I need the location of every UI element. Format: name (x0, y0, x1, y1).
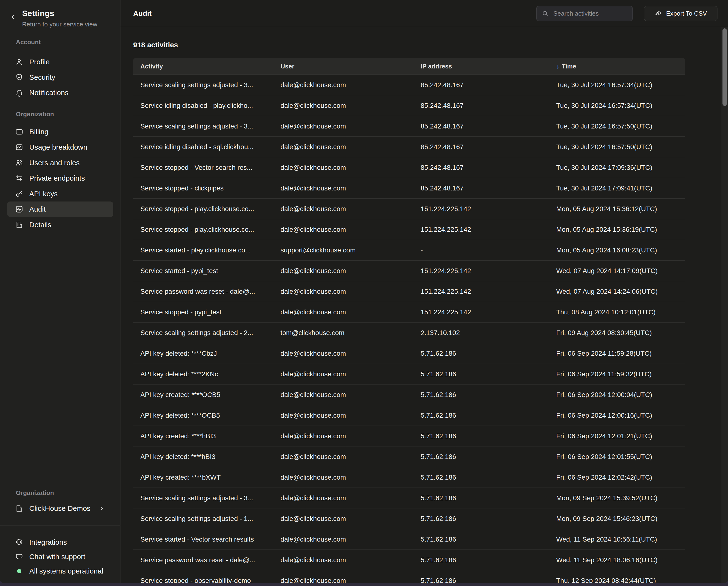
audit-table: Activity User IP address ↓ Time Service … (133, 58, 685, 583)
table-row: Service stopped - play.clickhouse.co... … (133, 198, 685, 219)
org-switcher[interactable]: ClickHouse Demos (7, 501, 113, 516)
cell-time: Tue, 30 Jul 2024 17:09:36(UTC) (549, 164, 685, 171)
cell-user: dale@clickhouse.com (273, 432, 413, 440)
table-row: Service stopped - observability-demo dal… (133, 570, 685, 583)
shield-check-icon (15, 73, 24, 82)
table-row: Service stopped - clickpipes dale@clickh… (133, 178, 685, 198)
cell-user: dale@clickhouse.com (273, 185, 413, 192)
cell-time: Fri, 06 Sep 2024 11:59:32(UTC) (549, 370, 685, 378)
table-row: Service scaling settings adjusted - 3...… (133, 488, 685, 508)
table-row: Service scaling settings adjusted - 1...… (133, 508, 685, 529)
status-label: All systems operational (29, 567, 103, 575)
system-status[interactable]: All systems operational (7, 563, 113, 579)
column-header-time[interactable]: ↓ Time (549, 63, 685, 70)
cell-user: dale@clickhouse.com (273, 205, 413, 213)
sidebar-item-security[interactable]: Security (7, 70, 113, 85)
org-switcher-label: ClickHouse Demos (29, 504, 90, 513)
cell-ip: 5.71.62.186 (413, 515, 549, 522)
cell-time: Mon, 05 Aug 2024 15:36:19(UTC) (549, 226, 685, 234)
cell-activity: API key deleted: ****2KNc (133, 370, 273, 378)
cell-user: dale@clickhouse.com (273, 473, 413, 481)
table-row: Service scaling settings adjusted - 3...… (133, 74, 685, 95)
cell-activity: API key deleted: ****CbzJ (133, 350, 273, 357)
cell-user: dale@clickhouse.com (273, 81, 413, 89)
cell-ip: 5.71.62.186 (413, 432, 549, 440)
table-row: Service stopped - Vector search res... d… (133, 157, 685, 178)
cell-user: dale@clickhouse.com (273, 370, 413, 378)
cell-ip: - (413, 246, 549, 254)
export-button-label: Export To CSV (666, 10, 707, 17)
bell-icon (15, 89, 24, 97)
cell-time: Tue, 30 Jul 2024 16:57:50(UTC) (549, 122, 685, 130)
scrollbar-track[interactable] (721, 27, 728, 583)
cell-user: dale@clickhouse.com (273, 267, 413, 275)
settings-sidebar: Settings Return to your service view Acc… (0, 0, 121, 583)
cell-ip: 85.242.48.167 (413, 102, 549, 109)
cell-ip: 5.71.62.186 (413, 536, 549, 543)
sidebar-item-users-and-roles[interactable]: Users and roles (7, 155, 113, 171)
section-label-organization-switcher: Organization (16, 489, 54, 497)
table-row: API key deleted: ****hBI3 dale@clickhous… (133, 446, 685, 467)
column-header-ip[interactable]: IP address (413, 63, 549, 70)
cell-activity: API key created: ****hBI3 (133, 432, 273, 440)
cell-time: Mon, 05 Aug 2024 15:36:12(UTC) (549, 205, 685, 213)
main-content: Audit Export To CSV 918 activities Activ… (121, 0, 728, 583)
sidebar-item-label: Profile (29, 58, 50, 66)
chart-icon (15, 143, 24, 151)
app-panel: Settings Return to your service view Acc… (0, 0, 728, 583)
cell-time: Wed, 07 Aug 2024 14:17:09(UTC) (549, 267, 685, 275)
user-icon (15, 58, 24, 66)
sidebar-item-profile[interactable]: Profile (7, 54, 113, 70)
cell-ip: 5.71.62.186 (413, 494, 549, 502)
sidebar-item-chat-support[interactable]: Chat with support (7, 549, 113, 564)
search-input[interactable] (553, 9, 628, 18)
sidebar-item-details[interactable]: Details (7, 217, 113, 233)
cell-activity: Service stopped - Vector search res... (133, 164, 273, 171)
cell-time: Mon, 09 Sep 2024 15:46:23(UTC) (549, 515, 685, 522)
sidebar-item-audit[interactable]: Audit (7, 201, 113, 217)
sidebar-item-notifications[interactable]: Notifications (7, 85, 113, 100)
status-dot-icon (17, 569, 21, 573)
cell-activity: Service started - Vector search results (133, 536, 273, 543)
table-row: Service scaling settings adjusted - 2...… (133, 322, 685, 343)
table-row: Service password was reset - dale@... da… (133, 281, 685, 302)
cell-time: Fri, 06 Sep 2024 12:02:42(UTC) (549, 473, 685, 481)
cell-time: Wed, 07 Aug 2024 14:24:06(UTC) (549, 288, 685, 295)
cell-activity: Service started - play.clickhouse.co... (133, 246, 273, 254)
sidebar-item-label: Chat with support (29, 553, 85, 561)
sidebar-item-billing[interactable]: Billing (7, 124, 113, 140)
chevron-right-icon (98, 505, 105, 512)
cell-time: Tue, 30 Jul 2024 17:09:41(UTC) (549, 185, 685, 192)
cell-activity: Service password was reset - dale@... (133, 288, 273, 295)
sidebar-item-private-endpoints[interactable]: Private endpoints (7, 171, 113, 186)
sidebar-item-api-keys[interactable]: API keys (7, 186, 113, 201)
search-activities-box (536, 6, 633, 21)
sidebar-item-integrations[interactable]: Integrations (7, 535, 113, 550)
cell-user: support@clickhouse.com (273, 246, 413, 254)
sidebar-item-label: Users and roles (29, 159, 80, 167)
back-button[interactable] (9, 13, 17, 21)
export-csv-button[interactable]: Export To CSV (644, 6, 718, 21)
cell-ip: 5.71.62.186 (413, 556, 549, 564)
table-row: API key deleted: ****CbzJ dale@clickhous… (133, 343, 685, 364)
cell-time: Mon, 05 Aug 2024 16:08:23(UTC) (549, 246, 685, 254)
table-row: Service password was reset - dale@... da… (133, 550, 685, 570)
cell-user: dale@clickhouse.com (273, 350, 413, 357)
cell-time: Fri, 06 Sep 2024 12:00:16(UTC) (549, 412, 685, 419)
sidebar-title: Settings (22, 9, 54, 18)
column-header-user[interactable]: User (273, 63, 413, 70)
cell-time: Fri, 06 Sep 2024 12:01:55(UTC) (549, 453, 685, 461)
cell-ip: 5.71.62.186 (413, 350, 549, 357)
cell-ip: 85.242.48.167 (413, 81, 549, 89)
table-row: Service stopped - play.clickhouse.co... … (133, 219, 685, 240)
cell-activity: Service scaling settings adjusted - 3... (133, 494, 273, 502)
puzzle-icon (15, 538, 24, 546)
cell-ip: 85.242.48.167 (413, 143, 549, 151)
sidebar-item-usage-breakdown[interactable]: Usage breakdown (7, 140, 113, 155)
scrollbar-thumb[interactable] (723, 28, 727, 106)
table-row: Service idling disabled - sql.clickhou..… (133, 137, 685, 157)
cell-user: dale@clickhouse.com (273, 453, 413, 461)
column-header-activity[interactable]: Activity (133, 63, 273, 70)
section-label-organization: Organization (16, 111, 54, 118)
sidebar-item-label: Audit (29, 205, 46, 213)
